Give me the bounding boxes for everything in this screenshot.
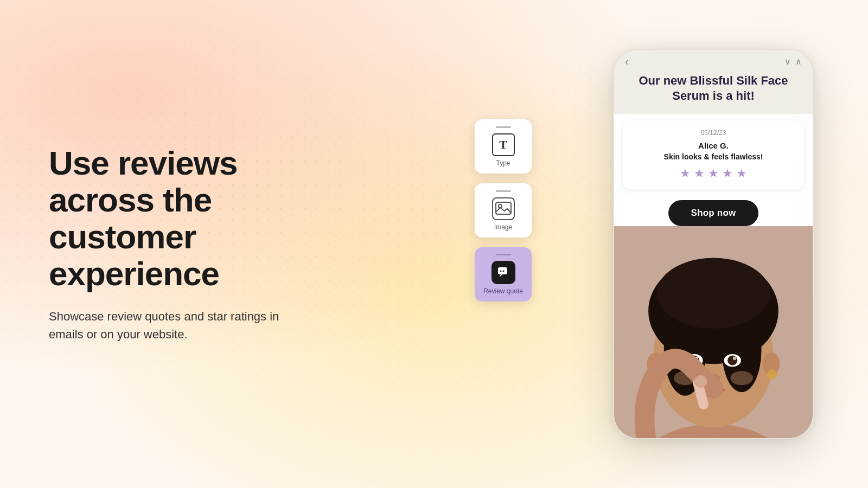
svg-rect-0 [496,202,511,214]
review-card: 05/12/23 Alice G. Skin looks & feels fla… [623,120,804,189]
shop-now-button[interactable]: Shop now [668,200,759,226]
product-title: Our new Blissful Silk Face Serum is a hi… [627,73,800,103]
phone-nav-bar: ‹ ∨ ∧ [614,50,813,73]
svg-point-18 [733,356,737,360]
image-label: Image [494,223,512,231]
person-illustration [614,226,813,438]
star-4: ★ [722,166,733,181]
phone-title-section: Our new Blissful Silk Face Serum is a hi… [614,73,813,114]
phone-down-arrow[interactable]: ∨ [784,56,791,67]
svg-point-12 [767,370,777,380]
phone-up-arrow[interactable]: ∧ [795,56,802,67]
phone-nav-arrows: ∨ ∧ [784,56,802,67]
star-rating: ★ ★ ★ ★ ★ [633,166,794,181]
review-author: Alice G. [633,141,794,150]
tool-panel-review[interactable]: Review quote [475,247,532,301]
phone-frame: ‹ ∨ ∧ Our new Blissful Silk Face Serum i… [613,49,814,439]
svg-point-17 [727,356,737,365]
star-2: ★ [694,166,705,181]
review-date: 05/12/23 [633,129,794,137]
main-heading: Use reviews across the customer experien… [49,145,320,293]
type-label: Type [496,159,510,167]
drag-handle-review [496,254,511,255]
sub-text: Showcase review quotes and star ratings … [49,307,309,343]
review-quote-icon [492,261,515,284]
image-icon [492,197,515,220]
content-wrapper: Use reviews across the customer experien… [0,0,868,488]
tool-panel-image[interactable]: Image [475,183,532,237]
tool-panel-type[interactable]: T Type [475,119,532,174]
type-icon: T [492,133,515,156]
review-quote-label: Review quote [483,287,523,295]
svg-point-21 [730,371,753,385]
right-section: T Type Image Review quote [369,0,868,488]
review-text: Skin looks & feels flawless! [633,152,794,161]
star-1: ★ [680,166,691,181]
drag-handle-type [496,126,511,128]
phone-inner: ‹ ∨ ∧ Our new Blissful Silk Face Serum i… [614,50,813,438]
svg-point-9 [657,258,770,329]
star-5: ★ [736,166,747,181]
phone-product-image [614,226,813,438]
star-3: ★ [708,166,719,181]
drag-handle-image [496,190,511,192]
left-section: Use reviews across the customer experien… [0,145,369,344]
phone-back-arrow[interactable]: ‹ [625,55,629,68]
